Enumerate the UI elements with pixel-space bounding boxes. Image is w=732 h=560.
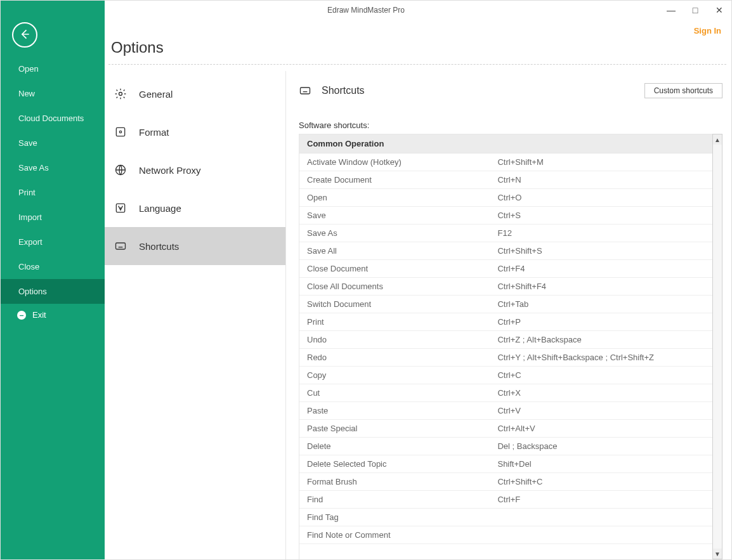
shortcut-row[interactable]: RedoCtrl+Y ; Alt+Shift+Backspace ; Ctrl+… bbox=[299, 349, 712, 367]
shortcut-keys: Ctrl+Alt+V bbox=[497, 424, 712, 433]
shortcut-row[interactable]: Find Note or Comment bbox=[299, 526, 712, 544]
shortcut-row[interactable]: Paste SpecialCtrl+Alt+V bbox=[299, 420, 712, 438]
sidebar-item-label: Print bbox=[18, 188, 36, 197]
body: OpenNewCloud DocumentsSaveSave AsPrintIm… bbox=[1, 20, 731, 559]
close-button[interactable]: ✕ bbox=[707, 1, 731, 20]
shortcut-action: Undo bbox=[299, 335, 497, 344]
minimize-button[interactable]: — bbox=[659, 1, 683, 20]
shortcut-action: Switch Document bbox=[299, 299, 497, 309]
shortcut-row[interactable]: SaveCtrl+S bbox=[299, 207, 712, 225]
shortcut-action: Activate Window (Hotkey) bbox=[299, 157, 497, 167]
gear-user-icon bbox=[114, 87, 127, 101]
shortcut-keys: Ctrl+Y ; Alt+Shift+Backspace ; Ctrl+Shif… bbox=[497, 353, 712, 362]
shortcut-keys: Ctrl+O bbox=[497, 193, 712, 202]
shortcut-row[interactable]: Create DocumentCtrl+N bbox=[299, 171, 712, 189]
category-general[interactable]: General bbox=[105, 75, 285, 113]
svg-point-0 bbox=[119, 93, 122, 96]
shortcut-row[interactable]: Find Tag bbox=[299, 509, 712, 526]
category-label: Language bbox=[139, 203, 181, 214]
shortcut-row[interactable]: FindCtrl+F bbox=[299, 491, 712, 509]
shortcut-row[interactable]: Close All DocumentsCtrl+Shift+F4 bbox=[299, 278, 712, 296]
shortcut-row[interactable]: Switch DocumentCtrl+Tab bbox=[299, 296, 712, 313]
shortcut-keys: Ctrl+Shift+M bbox=[497, 157, 712, 167]
shortcuts-table-wrap: Common Operation Activate Window (Hotkey… bbox=[299, 134, 722, 559]
shortcut-row[interactable]: Activate Window (Hotkey)Ctrl+Shift+M bbox=[299, 153, 712, 171]
back-button[interactable] bbox=[12, 22, 37, 48]
custom-shortcuts-button[interactable]: Custom shortcuts bbox=[644, 83, 722, 98]
svg-rect-10 bbox=[301, 88, 310, 94]
shortcut-action: Save As bbox=[299, 228, 497, 238]
sidebar-item-label: Close bbox=[18, 262, 39, 271]
shortcut-action: Save bbox=[299, 211, 497, 220]
shortcut-keys: Shift+Del bbox=[497, 459, 712, 469]
shortcut-row[interactable]: Save AllCtrl+Shift+S bbox=[299, 242, 712, 260]
shortcut-action: Cut bbox=[299, 388, 497, 398]
shortcut-action: Create Document bbox=[299, 175, 497, 185]
sidebar-item-label: Options bbox=[18, 287, 47, 296]
sidebar-item-label: Open bbox=[18, 64, 39, 74]
shortcut-action: Open bbox=[299, 193, 497, 202]
shortcut-row[interactable]: CopyCtrl+C bbox=[299, 367, 712, 384]
shortcut-keys: Ctrl+Tab bbox=[497, 299, 712, 309]
keyboard-icon bbox=[299, 84, 311, 97]
shortcut-row[interactable]: CutCtrl+X bbox=[299, 384, 712, 402]
category-network-proxy[interactable]: Network Proxy bbox=[105, 151, 285, 189]
content-row: GeneralFormatNetwork ProxyLanguageShortc… bbox=[105, 65, 731, 559]
shortcut-keys: Ctrl+P bbox=[497, 317, 712, 327]
shortcut-row[interactable]: Close DocumentCtrl+F4 bbox=[299, 260, 712, 278]
shortcut-action: Delete bbox=[299, 441, 497, 451]
exit-icon: – bbox=[17, 311, 26, 320]
shortcut-row[interactable]: DeleteDel ; Backspace bbox=[299, 438, 712, 455]
shortcut-keys: Ctrl+Shift+S bbox=[497, 246, 712, 256]
panel-header-left: Shortcuts bbox=[299, 84, 365, 97]
shortcut-action: Format Brush bbox=[299, 477, 497, 486]
sidebar-item-label: Import bbox=[18, 212, 42, 222]
sidebar-item-label: New bbox=[18, 89, 35, 98]
sidebar-item-new[interactable]: New bbox=[1, 81, 105, 106]
shortcut-action: Delete Selected Topic bbox=[299, 459, 497, 469]
sign-in-link[interactable]: Sign In bbox=[694, 26, 721, 36]
scroll-up-icon[interactable]: ▲ bbox=[713, 134, 722, 145]
category-label: Shortcuts bbox=[139, 241, 179, 252]
scroll-down-icon[interactable]: ▼ bbox=[713, 549, 722, 559]
backstage-sidebar: OpenNewCloud DocumentsSaveSave AsPrintIm… bbox=[1, 20, 105, 559]
sidebar-item-label: Exit bbox=[32, 310, 46, 320]
shortcut-action: Save All bbox=[299, 246, 497, 256]
panel-header: Shortcuts Custom shortcuts bbox=[299, 77, 722, 104]
sidebar-item-cloud-documents[interactable]: Cloud Documents bbox=[1, 106, 105, 131]
shortcut-row[interactable]: Save AsF12 bbox=[299, 225, 712, 242]
shortcut-keys: Ctrl+N bbox=[497, 175, 712, 185]
sidebar-item-export[interactable]: Export bbox=[1, 230, 105, 254]
shortcut-row[interactable]: PrintCtrl+P bbox=[299, 313, 712, 331]
category-format[interactable]: Format bbox=[105, 113, 285, 151]
page-title: Options bbox=[108, 20, 731, 64]
sidebar-item-save[interactable]: Save bbox=[1, 131, 105, 155]
maximize-button[interactable]: □ bbox=[683, 1, 707, 20]
shortcut-keys: Ctrl+V bbox=[497, 406, 712, 415]
sidebar-item-exit[interactable]: – Exit bbox=[1, 304, 105, 326]
category-language[interactable]: Language bbox=[105, 189, 285, 227]
sidebar-item-open[interactable]: Open bbox=[1, 56, 105, 81]
keyboard-icon bbox=[114, 239, 127, 253]
sidebar-item-options[interactable]: Options bbox=[1, 279, 105, 304]
category-shortcuts[interactable]: Shortcuts bbox=[105, 227, 285, 265]
svg-point-2 bbox=[119, 131, 121, 133]
sidebar-item-import[interactable]: Import bbox=[1, 205, 105, 230]
sidebar-item-save-as[interactable]: Save As bbox=[1, 155, 105, 180]
shortcut-row[interactable]: UndoCtrl+Z ; Alt+Backspace bbox=[299, 331, 712, 349]
shortcut-keys: Ctrl+F4 bbox=[497, 264, 712, 273]
options-category-list: GeneralFormatNetwork ProxyLanguageShortc… bbox=[105, 71, 286, 559]
main-area: Sign In Options GeneralFormatNetwork Pro… bbox=[105, 20, 731, 559]
sidebar-item-print[interactable]: Print bbox=[1, 180, 105, 205]
vertical-scrollbar[interactable]: ▲ ▼ bbox=[712, 134, 722, 559]
shortcut-row[interactable]: OpenCtrl+O bbox=[299, 189, 712, 207]
category-label: General bbox=[139, 89, 173, 100]
shortcut-keys: Ctrl+Shift+F4 bbox=[497, 282, 712, 291]
sidebar-item-label: Cloud Documents bbox=[18, 114, 84, 123]
sidebar-item-close[interactable]: Close bbox=[1, 254, 105, 279]
shortcut-row[interactable]: PasteCtrl+V bbox=[299, 402, 712, 420]
shortcut-row[interactable]: Delete Selected TopicShift+Del bbox=[299, 455, 712, 473]
svg-rect-1 bbox=[116, 127, 124, 136]
shortcut-keys: Ctrl+X bbox=[497, 388, 712, 398]
shortcut-row[interactable]: Format BrushCtrl+Shift+C bbox=[299, 473, 712, 491]
